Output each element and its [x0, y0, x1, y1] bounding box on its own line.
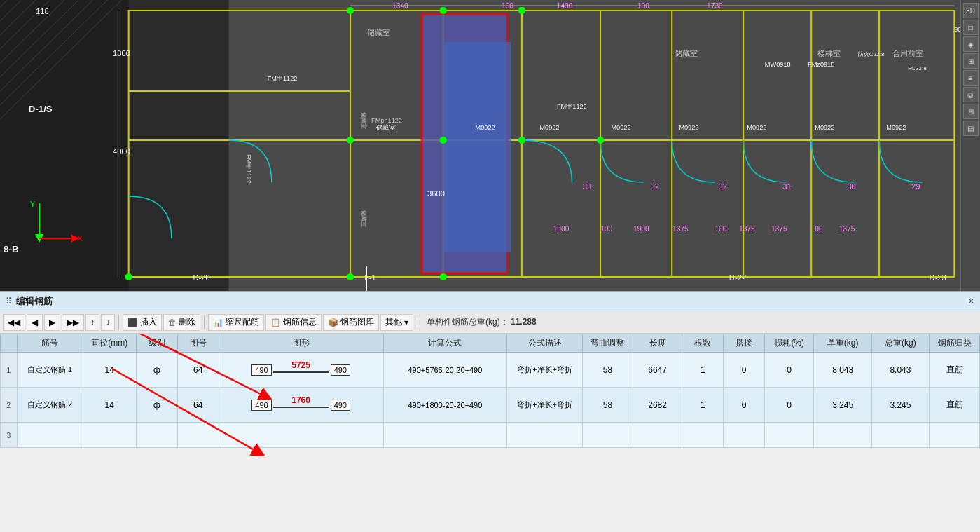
rt-btn-6[interactable]: ⊟ — [963, 104, 979, 119]
svg-text:1800: 1800 — [113, 49, 130, 57]
cell-length-1[interactable]: 6647 — [633, 353, 682, 388]
cell-diameter-1[interactable]: 14 — [83, 353, 136, 388]
cell-formula-3[interactable] — [383, 423, 506, 448]
cell-figno-1[interactable]: 64 — [177, 353, 219, 388]
svg-text:3600: 3600 — [427, 189, 445, 198]
cell-figno-3[interactable] — [177, 423, 219, 448]
cell-diameter-2[interactable]: 14 — [83, 388, 136, 423]
svg-point-30 — [440, 137, 447, 144]
cell-loss-2[interactable]: 0 — [764, 388, 814, 423]
rebar-library-button[interactable]: 📦 钢筋图库 — [323, 314, 379, 331]
col-header-formula: 计算公式 — [383, 334, 506, 353]
svg-text:Y: Y — [30, 200, 36, 208]
cell-shape-1[interactable]: 490 5725 490 — [219, 353, 383, 388]
cell-bartype-3[interactable] — [930, 423, 980, 448]
cell-bartype-1[interactable]: 直筋 — [930, 353, 980, 388]
svg-text:储藏室: 储藏室 — [361, 210, 367, 227]
cell-bendadj-1[interactable]: 58 — [583, 353, 633, 388]
svg-text:1340: 1340 — [392, 2, 408, 10]
cell-barno-1[interactable]: 自定义钢筋.1 — [17, 353, 83, 388]
rt-btn-7[interactable]: ▤ — [963, 121, 979, 136]
cell-formula-1[interactable]: 490+5765-20-20+490 — [383, 353, 506, 388]
col-header-unitweight: 单重(kg) — [814, 334, 871, 353]
rt-btn-5[interactable]: ◎ — [963, 87, 979, 102]
insert-icon: ⬛ — [127, 318, 138, 327]
cell-diameter-3[interactable] — [83, 423, 136, 448]
svg-text:1375: 1375 — [771, 225, 787, 233]
cell-count-2[interactable]: 1 — [682, 388, 724, 423]
rt-3d-btn[interactable]: 3D — [963, 3, 979, 18]
cell-figno-2[interactable]: 64 — [177, 388, 219, 423]
svg-point-28 — [518, 7, 525, 14]
cell-count-3[interactable] — [682, 423, 724, 448]
rt-btn-1[interactable]: □ — [963, 20, 979, 35]
library-icon: 📦 — [328, 318, 338, 327]
cell-bendadj-2[interactable]: 58 — [583, 388, 633, 423]
cell-grade-2[interactable]: ф — [136, 388, 177, 423]
cell-bendadj-3[interactable] — [583, 423, 633, 448]
svg-text:FMz0918: FMz0918 — [808, 61, 834, 68]
cell-barno-3[interactable] — [17, 423, 83, 448]
cell-formula-2[interactable]: 490+1800-20-20+490 — [383, 388, 506, 423]
cell-loss-3[interactable] — [764, 423, 814, 448]
cell-loss-1[interactable]: 0 — [764, 353, 814, 388]
other-button[interactable]: 其他 ▾ — [380, 314, 413, 331]
col-header-rownum — [1, 334, 18, 353]
last-record-button[interactable]: ▶▶ — [62, 314, 84, 331]
svg-rect-25 — [443, 42, 511, 252]
first-record-button[interactable]: ◀◀ — [3, 314, 25, 331]
cell-shape-3[interactable] — [219, 423, 383, 448]
cell-barno-2[interactable]: 自定义钢筋.2 — [17, 388, 83, 423]
svg-text:100: 100 — [600, 225, 612, 233]
svg-text:FC22:8: FC22:8 — [908, 65, 927, 71]
cell-length-2[interactable]: 2682 — [633, 388, 682, 423]
cell-bartype-2[interactable]: 直筋 — [930, 388, 980, 423]
move-down-button[interactable]: ↓ — [101, 314, 115, 331]
cell-desc-2[interactable]: 弯折+净长+弯折 — [507, 388, 583, 423]
prev-record-button[interactable]: ◀ — [27, 314, 43, 331]
svg-text:楼梯室: 楼梯室 — [817, 49, 841, 57]
cell-unitweight-3[interactable] — [814, 423, 871, 448]
cell-totalweight-2[interactable]: 3.245 — [871, 388, 929, 423]
cell-count-1[interactable]: 1 — [682, 353, 724, 388]
svg-point-34 — [440, 273, 447, 280]
col-header-desc: 公式描述 — [507, 334, 583, 353]
rt-btn-4[interactable]: ≡ — [963, 70, 979, 86]
cell-unitweight-2[interactable]: 3.245 — [814, 388, 871, 423]
cell-totalweight-1[interactable]: 8.043 — [871, 353, 929, 388]
col-header-barno: 筋号 — [17, 334, 83, 353]
insert-button[interactable]: ⬛ 插入 — [123, 314, 162, 331]
move-up-button[interactable]: ↑ — [85, 314, 99, 331]
svg-text:1900: 1900 — [553, 225, 570, 233]
delete-button[interactable]: 🗑 删除 — [163, 314, 200, 331]
svg-point-35 — [125, 273, 132, 280]
right-toolbar: 3D □ ◈ ⊞ ≡ ◎ ⊟ ▤ — [960, 0, 980, 291]
table-header-row: 筋号 直径(mm) 级别 图号 图形 计算公式 公式描述 弯曲调整 长度 根数 … — [1, 334, 980, 353]
cell-splice-1[interactable]: 0 — [724, 353, 765, 388]
separator-1 — [118, 315, 119, 329]
cell-desc-1[interactable]: 弯折+净长+弯折 — [507, 353, 583, 388]
cell-shape-2[interactable]: 490 1760 490 — [219, 388, 383, 423]
cell-grade-3[interactable] — [136, 423, 177, 448]
svg-point-26 — [347, 7, 354, 14]
rebar-info-button[interactable]: 📋 钢筋信息 — [265, 314, 322, 331]
scale-rebar-button[interactable]: 📊 缩尺配筋 — [208, 314, 264, 331]
cell-totalweight-3[interactable] — [871, 423, 929, 448]
svg-text:FM甲1122: FM甲1122 — [268, 75, 298, 82]
cell-grade-1[interactable]: ф — [136, 353, 177, 388]
rt-btn-2[interactable]: ◈ — [963, 36, 979, 52]
svg-text:M0922: M0922 — [815, 124, 834, 131]
panel-title: 编辑钢筋 — [16, 295, 53, 308]
cell-length-3[interactable] — [633, 423, 682, 448]
row-num-2: 2 — [1, 388, 18, 423]
panel-close-button[interactable]: × — [968, 295, 974, 308]
cell-desc-3[interactable] — [507, 423, 583, 448]
next-record-button[interactable]: ▶ — [44, 314, 60, 331]
svg-text:32: 32 — [719, 182, 727, 191]
rt-btn-3[interactable]: ⊞ — [963, 53, 979, 69]
cell-unitweight-1[interactable]: 8.043 — [814, 353, 871, 388]
cell-splice-2[interactable]: 0 — [724, 388, 765, 423]
svg-text:FM甲1122: FM甲1122 — [245, 154, 252, 184]
svg-rect-2 — [229, 0, 980, 291]
cell-splice-3[interactable] — [724, 423, 765, 448]
